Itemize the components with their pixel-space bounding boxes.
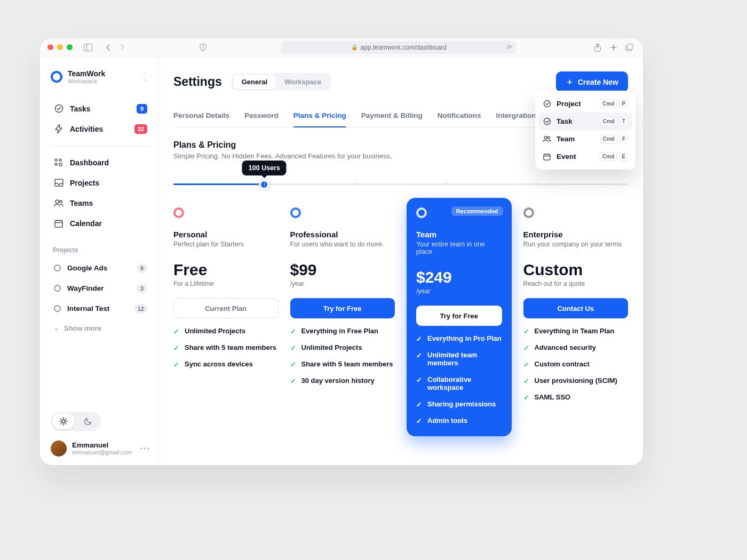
lock-icon: 🔒 xyxy=(351,44,357,50)
users-icon xyxy=(54,198,63,208)
scope-toggle[interactable]: General Workspace xyxy=(232,73,332,91)
theme-toggle[interactable] xyxy=(51,412,101,431)
plan-cta-button[interactable]: Try for Free xyxy=(290,298,395,318)
sidebar-item-teams[interactable]: Teams xyxy=(51,194,150,212)
slider-track xyxy=(173,183,628,185)
project-item[interactable]: WayFinder 3 xyxy=(51,279,150,298)
projects-header: Projects xyxy=(53,246,150,254)
tab-personal-details[interactable]: Personal Details xyxy=(173,111,229,127)
sidebar-item-label: Activities xyxy=(70,125,128,133)
plan-card: RecommendedTeamYour entire team in one p… xyxy=(407,198,512,436)
shortcut: CmdF xyxy=(600,134,628,143)
tab-password[interactable]: Password xyxy=(244,111,279,127)
plan-card: PersonalPerfect plan for StartersFreeFor… xyxy=(173,207,279,436)
show-more-label: Show more xyxy=(64,324,101,332)
slider-thumb[interactable] xyxy=(261,181,267,188)
plan-name: Team xyxy=(416,230,502,239)
plans-grid: PersonalPerfect plan for StartersFreeFor… xyxy=(173,207,628,436)
plan-name: Professional xyxy=(290,230,395,239)
dropdown-item-project[interactable]: Project CmdP xyxy=(538,95,632,113)
user-card[interactable]: Emmanuel emmanuel@gmail.com ··· xyxy=(51,441,150,457)
plan-cta-button[interactable]: Try for Free xyxy=(416,306,502,326)
create-new-label: Create New xyxy=(578,78,618,86)
segment-general[interactable]: General xyxy=(233,75,276,89)
sidebar-item-activities[interactable]: Activities 32 xyxy=(51,120,150,138)
calendar-icon xyxy=(54,219,63,228)
plan-description: For users who want to do more. xyxy=(290,241,395,248)
grid-icon xyxy=(54,158,63,167)
minimize-window-icon[interactable] xyxy=(57,44,63,50)
check-circle-icon xyxy=(54,104,63,114)
sidebar-item-label: Dashboard xyxy=(70,158,147,167)
plan-price: $249 xyxy=(416,268,502,286)
svg-rect-0 xyxy=(84,44,92,51)
share-icon[interactable] xyxy=(592,42,603,53)
user-count-slider[interactable]: 100 Users xyxy=(173,183,628,185)
sidebar-toggle-icon[interactable] xyxy=(82,42,94,53)
back-icon[interactable] xyxy=(102,42,114,53)
browser-window: 🔒 app.teamwork.com/dashboard ⟳ TeamWork xyxy=(40,38,643,465)
sidebar-item-dashboard[interactable]: Dashboard xyxy=(51,154,150,172)
show-more[interactable]: ⌄ Show more xyxy=(51,320,150,337)
dark-mode-icon[interactable] xyxy=(77,413,99,429)
brand-sub: Workspace xyxy=(68,78,105,85)
light-mode-icon[interactable] xyxy=(52,413,75,429)
traffic-lights[interactable] xyxy=(47,44,73,50)
svg-point-13 xyxy=(62,420,65,423)
dropdown-item-team[interactable]: Team CmdF xyxy=(538,130,632,148)
plan-accent-icon xyxy=(523,207,534,218)
check-icon: ✓ xyxy=(523,328,529,335)
workspace-switcher[interactable]: TeamWork Workspace ⌃⌃ xyxy=(51,69,150,85)
project-item[interactable]: Google Ads 9 xyxy=(51,259,150,277)
tab-payment-billing[interactable]: Payment & Billing xyxy=(361,111,423,127)
check-icon: ✓ xyxy=(416,352,422,359)
users-icon xyxy=(543,135,551,143)
more-icon[interactable]: ··· xyxy=(140,444,150,453)
check-icon: ✓ xyxy=(523,345,529,351)
svg-point-7 xyxy=(55,163,57,165)
plan-name: Enterprise xyxy=(523,230,629,239)
segment-workspace[interactable]: Workspace xyxy=(276,75,330,89)
reload-icon[interactable]: ⟳ xyxy=(507,44,512,51)
forward-icon[interactable] xyxy=(116,42,128,53)
tab-plans-pricing[interactable]: Plans & Pricing xyxy=(293,111,346,127)
maximize-window-icon[interactable] xyxy=(67,44,73,50)
sidebar-item-label: Calendar xyxy=(70,219,147,228)
titlebar: 🔒 app.teamwork.com/dashboard ⟳ xyxy=(40,38,643,57)
shield-icon[interactable] xyxy=(197,42,209,53)
url-bar[interactable]: 🔒 app.teamwork.com/dashboard ⟳ xyxy=(281,41,516,54)
plan-card: ProfessionalFor users who want to do mor… xyxy=(290,207,395,436)
dropdown-item-event[interactable]: Event CmdE xyxy=(538,148,632,165)
tab-notifications[interactable]: Notifications xyxy=(438,111,481,127)
check-icon: ✓ xyxy=(523,394,529,401)
plan-card: EnterpriseRun your company on your terms… xyxy=(523,207,629,436)
sidebar-item-projects[interactable]: Projects xyxy=(51,174,150,192)
create-new-button[interactable]: ＋ Create New xyxy=(556,71,628,92)
check-circle-icon xyxy=(543,100,551,108)
dropdown-label: Team xyxy=(557,135,595,143)
svg-point-6 xyxy=(59,159,61,161)
close-window-icon[interactable] xyxy=(47,44,53,50)
tabs-overview-icon[interactable] xyxy=(624,42,635,53)
tab-integrations[interactable]: Intergrations xyxy=(496,111,540,127)
user-name: Emmanuel xyxy=(72,441,132,450)
svg-point-16 xyxy=(544,137,547,139)
sidebar-item-tasks[interactable]: Tasks 9 xyxy=(51,100,150,118)
slider-tooltip: 100 Users xyxy=(242,161,287,175)
plan-feature: ✓30 day version history xyxy=(290,377,395,385)
check-icon: ✓ xyxy=(290,361,296,368)
badge: 3 xyxy=(137,284,147,293)
recommended-badge: Recommended xyxy=(451,206,503,216)
expand-collapse-icon[interactable]: ⌃⌃ xyxy=(143,73,147,81)
plan-cta-button[interactable]: Contact Us xyxy=(523,298,629,318)
plan-feature: ✓Collaborative workspace xyxy=(416,375,502,391)
check-icon: ✓ xyxy=(173,345,179,351)
calendar-icon xyxy=(543,153,551,161)
new-tab-icon[interactable] xyxy=(608,42,619,53)
plan-feature: ✓Sync across devices xyxy=(173,360,279,368)
project-item[interactable]: Internal Test 12 xyxy=(51,300,150,318)
plan-feature: ✓Unlimited Projects xyxy=(173,327,279,335)
dropdown-item-task[interactable]: Task CmdT xyxy=(538,113,632,130)
sidebar-item-calendar[interactable]: Calendar xyxy=(51,214,150,233)
plan-cta-button[interactable]: Current Plan xyxy=(173,298,279,318)
